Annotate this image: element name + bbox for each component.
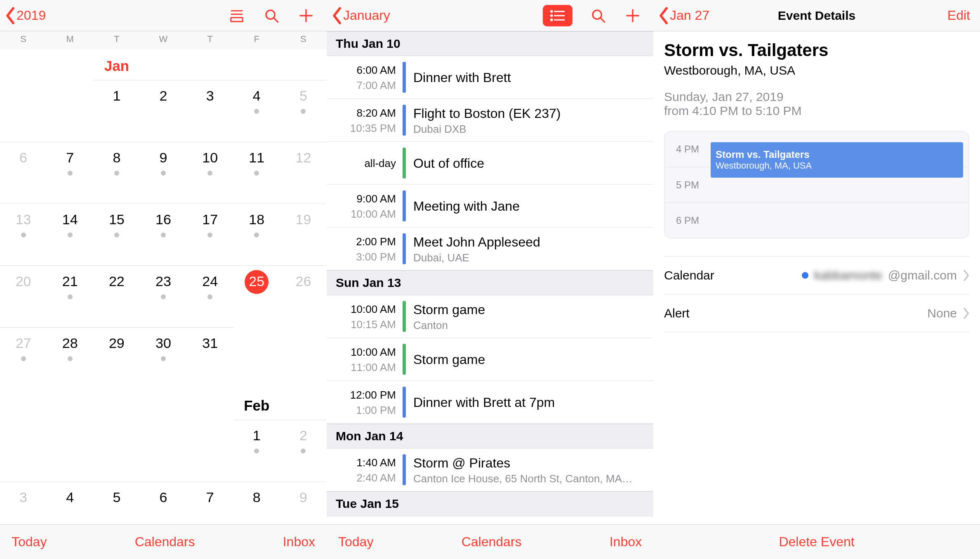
event-row[interactable]: 6:00 AM7:00 AMDinner with Brett bbox=[327, 56, 653, 99]
day-number: 19 bbox=[296, 211, 311, 228]
calendar-cell[interactable]: 17 bbox=[187, 204, 233, 265]
event-start-time: 10:00 AM bbox=[327, 303, 396, 316]
event-row[interactable]: 10:00 AM10:15 AMStorm gameCanton bbox=[327, 295, 653, 338]
calendar-cell[interactable]: 31 bbox=[187, 327, 233, 389]
event-main: Meet John AppleseedDubai, UAE bbox=[406, 228, 653, 270]
event-end-time: 2:40 AM bbox=[327, 472, 396, 484]
event-color-bar bbox=[403, 454, 406, 485]
month-scroll[interactable]: Jan 123456789101112131415161718192021222… bbox=[0, 49, 327, 559]
calendar-cell[interactable]: 5 bbox=[280, 80, 327, 142]
toolbar-calendars[interactable]: Calendars bbox=[135, 534, 195, 550]
delete-event-button[interactable]: Delete Event bbox=[779, 534, 854, 550]
calendar-cell[interactable]: 2 bbox=[140, 80, 186, 142]
event-times: 9:00 AM10:00 AM bbox=[327, 185, 403, 227]
calendar-cell[interactable]: 16 bbox=[140, 204, 186, 265]
day-number: 4 bbox=[253, 88, 261, 104]
list-icon bbox=[549, 9, 566, 22]
mini-schedule: 4 PM Storm vs. Tailgaters Westborough, M… bbox=[664, 131, 969, 238]
event-title: Storm game bbox=[413, 352, 646, 367]
back-button-month[interactable]: January bbox=[327, 7, 390, 24]
calendar-cell[interactable]: 9 bbox=[140, 142, 186, 204]
event-dot bbox=[114, 233, 119, 237]
calendar-cell[interactable]: 13 bbox=[0, 204, 47, 265]
calendar-cell[interactable]: 12 bbox=[280, 142, 327, 204]
event-times: all-day bbox=[327, 142, 403, 184]
search-icon bbox=[590, 8, 606, 23]
view-toggle-button[interactable] bbox=[228, 7, 246, 25]
edit-button[interactable]: Edit bbox=[947, 8, 970, 23]
toolbar-inbox[interactable]: Inbox bbox=[610, 534, 642, 550]
calendar-cell[interactable]: 25 bbox=[233, 265, 280, 327]
event-color-bar bbox=[403, 62, 406, 93]
calendar-cell[interactable]: 6 bbox=[0, 142, 47, 204]
day-number: 3 bbox=[19, 489, 27, 505]
back-button-year[interactable]: 2019 bbox=[0, 7, 46, 24]
day-number: 26 bbox=[296, 273, 311, 289]
day-number: 18 bbox=[249, 211, 264, 228]
event-location: Dubai, UAE bbox=[413, 251, 646, 264]
day-section-header: Thu Jan 10 bbox=[327, 31, 653, 56]
event-row[interactable]: 9:00 AM10:00 AMMeeting with Jane bbox=[327, 185, 653, 228]
list-mode-button-active[interactable] bbox=[543, 5, 572, 26]
event-list[interactable]: Thu Jan 106:00 AM7:00 AMDinner with Bret… bbox=[327, 31, 653, 559]
day-number: 28 bbox=[62, 335, 78, 351]
search-button[interactable] bbox=[589, 7, 607, 25]
calendar-cell[interactable]: 2 bbox=[280, 420, 327, 481]
calendar-cell[interactable]: 20 bbox=[0, 265, 47, 327]
day-number: 24 bbox=[202, 273, 218, 289]
alert-row[interactable]: Alert None bbox=[664, 294, 969, 332]
calendar-cell[interactable]: 21 bbox=[47, 265, 93, 327]
add-event-button[interactable] bbox=[297, 7, 315, 25]
calendar-cell[interactable]: 1 bbox=[93, 80, 140, 142]
event-main: Storm gameCanton bbox=[406, 295, 653, 338]
calendar-cell[interactable]: 8 bbox=[93, 142, 140, 204]
calendar-row[interactable]: Calendar kabbamonte@gmail.com bbox=[664, 256, 969, 294]
calendar-cell[interactable]: 23 bbox=[140, 265, 186, 327]
event-times: 1:40 AM2:40 AM bbox=[327, 449, 403, 491]
event-dot bbox=[161, 356, 166, 361]
calendar-cell[interactable]: 4 bbox=[233, 80, 280, 142]
search-button[interactable] bbox=[262, 7, 280, 25]
event-color-bar bbox=[403, 190, 406, 221]
calendar-cell[interactable]: 15 bbox=[93, 204, 140, 265]
calendar-cell[interactable]: 3 bbox=[187, 80, 233, 142]
calendar-cell[interactable]: 18 bbox=[233, 204, 280, 265]
event-row[interactable]: 8:20 AM10:35 PMFlight to Boston (EK 237)… bbox=[327, 99, 653, 142]
event-row[interactable]: 1:40 AM2:40 AMStorm @ PiratesCanton Ice … bbox=[327, 449, 653, 491]
calendar-cell[interactable]: 29 bbox=[93, 327, 140, 389]
back-button-day[interactable]: Jan 27 bbox=[653, 7, 709, 24]
toolbar-calendars[interactable]: Calendars bbox=[462, 534, 522, 550]
calendar-cell[interactable]: 19 bbox=[280, 204, 327, 265]
schedule-event-block[interactable]: Storm vs. Tailgaters Westborough, MA, US… bbox=[711, 142, 963, 178]
toolbar-today[interactable]: Today bbox=[12, 534, 47, 550]
event-dot bbox=[207, 233, 212, 237]
calendar-cell[interactable]: 1 bbox=[233, 420, 280, 481]
event-row[interactable]: 12:00 PM1:00 PMDinner with Brett at 7pm bbox=[327, 381, 653, 424]
calendar-cell[interactable]: 24 bbox=[187, 265, 233, 327]
navbar-list: January bbox=[327, 0, 653, 31]
event-dot bbox=[114, 171, 119, 176]
event-row[interactable]: 10:00 AM11:00 AMStorm game bbox=[327, 338, 653, 381]
event-dot bbox=[254, 109, 259, 114]
calendar-cell[interactable]: 22 bbox=[93, 265, 140, 327]
event-row[interactable]: 2:00 PM3:00 PMMeet John AppleseedDubai, … bbox=[327, 228, 653, 270]
calendar-cell[interactable]: 27 bbox=[0, 327, 47, 389]
toolbar-today[interactable]: Today bbox=[338, 534, 373, 550]
event-row[interactable]: all-dayOut of office bbox=[327, 142, 653, 185]
back-label: 2019 bbox=[16, 8, 46, 23]
calendar-cell[interactable]: 7 bbox=[47, 142, 93, 204]
alert-row-value: None bbox=[927, 306, 957, 320]
calendar-account-hidden: kabbamonte bbox=[814, 268, 882, 282]
event-start-time: all-day bbox=[327, 157, 396, 170]
calendar-cell[interactable]: 11 bbox=[233, 142, 280, 204]
calendar-cell[interactable]: 26 bbox=[280, 265, 327, 327]
calendar-cell[interactable]: 14 bbox=[47, 204, 93, 265]
calendar-cell[interactable]: 28 bbox=[47, 327, 93, 389]
add-event-button[interactable] bbox=[624, 7, 642, 25]
day-number: 17 bbox=[202, 211, 218, 228]
event-times: 8:20 AM10:35 PM bbox=[327, 99, 403, 141]
calendar-cell[interactable]: 10 bbox=[187, 142, 233, 204]
event-color-bar bbox=[403, 233, 406, 264]
calendar-cell[interactable]: 30 bbox=[140, 327, 186, 389]
toolbar-inbox[interactable]: Inbox bbox=[283, 534, 315, 550]
